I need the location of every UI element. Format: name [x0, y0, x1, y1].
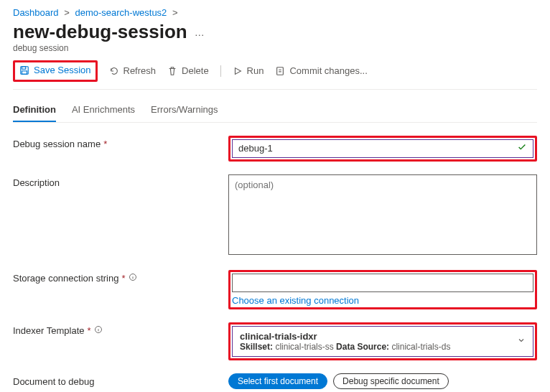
required-indicator: * [103, 139, 107, 149]
trash-icon [167, 66, 177, 76]
svg-rect-1 [22, 66, 26, 69]
indexer-template-dropdown[interactable]: clinical-trials-idxr Skillset: clinical-… [232, 326, 533, 357]
refresh-icon [109, 66, 119, 76]
run-button[interactable]: Run [233, 65, 264, 76]
save-icon [19, 65, 29, 75]
description-label: Description [13, 174, 228, 188]
run-label: Run [247, 65, 264, 76]
document-to-debug-label: Document to debug [13, 373, 228, 387]
chevron-down-icon [517, 336, 526, 347]
refresh-button[interactable]: Refresh [109, 65, 157, 76]
info-icon[interactable] [129, 273, 137, 284]
more-actions-button[interactable]: … [195, 27, 205, 38]
indexer-template-meta: Skillset: clinical-trials-ss Data Source… [240, 342, 450, 352]
check-icon [517, 142, 527, 154]
breadcrumb-link-resource[interactable]: demo-search-westus2 [75, 7, 167, 18]
commit-label: Commit changes... [289, 65, 367, 76]
save-session-label: Save Session [34, 65, 91, 75]
tab-definition[interactable]: Definition [13, 100, 56, 122]
storage-conn-label: Storage connection string * [13, 270, 228, 284]
play-icon [233, 66, 243, 76]
info-icon[interactable] [94, 325, 103, 336]
breadcrumb-separator: > [64, 7, 70, 18]
delete-label: Delete [182, 65, 209, 76]
required-indicator: * [121, 273, 125, 284]
save-session-button[interactable]: Save Session [19, 65, 91, 75]
tab-bar: Definition AI Enrichments Errors/Warning… [13, 100, 537, 123]
breadcrumb-separator: > [172, 7, 178, 18]
svg-rect-3 [277, 67, 284, 75]
description-textarea[interactable] [228, 174, 537, 255]
page-title: new-debug-session [13, 21, 187, 43]
svg-rect-2 [22, 70, 27, 73]
refresh-label: Refresh [123, 65, 157, 76]
session-name-label: Debug session name * [13, 136, 228, 149]
storage-conn-input[interactable] [238, 277, 527, 288]
delete-button[interactable]: Delete [167, 65, 209, 76]
page-subtitle: debug session [13, 43, 537, 53]
tab-errors-warnings[interactable]: Errors/Warnings [151, 100, 218, 122]
toolbar: Save Session Refresh Delete Run Commit c… [13, 60, 537, 90]
debug-specific-document-option[interactable]: Debug specific document [333, 373, 449, 389]
breadcrumb: Dashboard > demo-search-westus2 > [13, 7, 537, 18]
tab-ai-enrichments[interactable]: AI Enrichments [72, 100, 135, 122]
breadcrumb-link-dashboard[interactable]: Dashboard [13, 7, 59, 18]
commit-icon [275, 66, 285, 76]
session-name-input[interactable] [238, 143, 517, 154]
indexer-template-name: clinical-trials-idxr [240, 331, 450, 342]
toolbar-divider [220, 65, 221, 77]
choose-existing-connection-link[interactable]: Choose an existing connection [232, 295, 359, 306]
required-indicator: * [88, 325, 91, 336]
commit-changes-button[interactable]: Commit changes... [275, 65, 367, 76]
indexer-template-label: Indexer Template * [13, 322, 228, 336]
select-first-document-option[interactable]: Select first document [228, 373, 327, 389]
document-debug-toggle: Select first document Debug specific doc… [228, 373, 537, 389]
